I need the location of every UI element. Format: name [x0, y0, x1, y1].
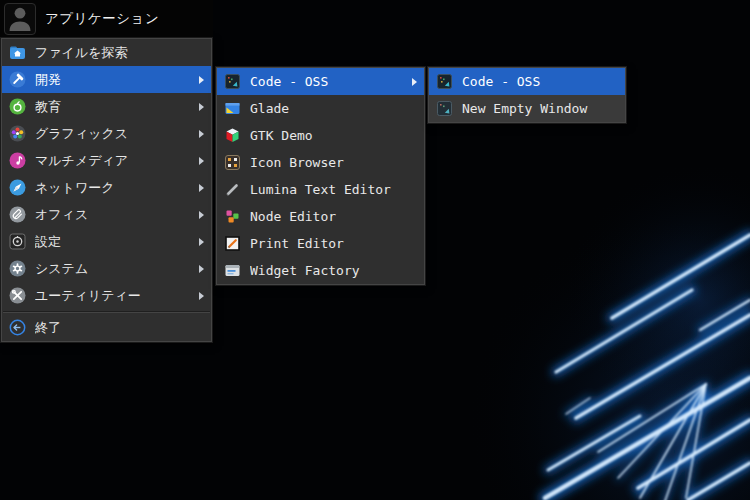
menu-item-label: Icon Browser — [250, 155, 417, 170]
menu-item-print-editor[interactable]: Print Editor — [217, 230, 424, 257]
menu-item-label: Node Editor — [250, 209, 417, 224]
file-browser-icon — [9, 44, 26, 61]
glade-icon — [224, 100, 241, 117]
code-oss-icon — [436, 73, 453, 90]
network-icon — [9, 179, 26, 196]
code-oss-menu: Code - OSS New Empty Window — [427, 66, 627, 124]
user-icon — [8, 6, 32, 32]
graphics-icon — [9, 125, 26, 142]
menu-item-education[interactable]: 教育 — [2, 93, 211, 120]
multimedia-icon — [9, 152, 26, 169]
menu-item-development[interactable]: 開発 — [2, 66, 211, 93]
menu-item-label: Print Editor — [250, 236, 417, 251]
submenu-arrow-icon — [199, 157, 204, 165]
submenu-arrow-icon — [199, 130, 204, 138]
menu-item-lumina-text-editor[interactable]: Lumina Text Editor — [217, 176, 424, 203]
menu-item-label: ネットワーク — [35, 179, 193, 197]
menu-item-logout[interactable]: 終了 — [2, 314, 211, 341]
menu-separator — [3, 311, 210, 312]
code-oss-icon — [224, 73, 241, 90]
submenu-arrow-icon — [199, 103, 204, 111]
new-window-icon — [436, 100, 453, 117]
print-editor-icon — [224, 235, 241, 252]
menu-item-label: Lumina Text Editor — [250, 182, 417, 197]
menu-item-code-oss-open[interactable]: Code - OSS — [429, 68, 625, 95]
menu-item-label: Glade — [250, 101, 417, 116]
menu-item-new-empty-window[interactable]: New Empty Window — [429, 95, 625, 122]
menu-item-label: ファイルを探索 — [35, 44, 204, 62]
menu-item-label: マルチメディア — [35, 152, 193, 170]
utilities-icon — [9, 287, 26, 304]
menu-item-glade[interactable]: Glade — [217, 95, 424, 122]
node-editor-icon — [224, 208, 241, 225]
menu-item-file-explore[interactable]: ファイルを探索 — [2, 39, 211, 66]
submenu-arrow-icon — [199, 211, 204, 219]
menu-item-gtk-demo[interactable]: GTK Demo — [217, 122, 424, 149]
menu-item-label: GTK Demo — [250, 128, 417, 143]
settings-icon — [9, 233, 26, 250]
menu-item-office[interactable]: オフィス — [2, 201, 211, 228]
education-icon — [9, 98, 26, 115]
submenu-arrow-icon — [199, 238, 204, 246]
submenu-arrow-icon — [199, 292, 204, 300]
menu-item-widget-factory[interactable]: Widget Factory — [217, 257, 424, 284]
icon-browser-icon — [224, 154, 241, 171]
development-menu: Code - OSS Glade GTK Demo Icon Browser L… — [215, 66, 426, 286]
menu-item-label: システム — [35, 260, 193, 278]
menu-item-label: New Empty Window — [462, 101, 618, 116]
categories-menu: ファイルを探索 開発 教育 グラフィックス マルチメディア ネットワーク — [0, 37, 213, 343]
menu-item-graphics[interactable]: グラフィックス — [2, 120, 211, 147]
menu-item-code-oss[interactable]: Code - OSS — [217, 68, 424, 95]
submenu-arrow-icon — [199, 76, 204, 84]
widget-factory-icon — [224, 262, 241, 279]
menu-item-label: Code - OSS — [462, 74, 618, 89]
menu-item-multimedia[interactable]: マルチメディア — [2, 147, 211, 174]
menu-item-label: Code - OSS — [250, 74, 406, 89]
office-icon — [9, 206, 26, 223]
applications-menu-button[interactable] — [4, 3, 36, 35]
menu-item-label: オフィス — [35, 206, 193, 224]
system-icon — [9, 260, 26, 277]
menu-item-label: Widget Factory — [250, 263, 417, 278]
menu-item-label: 設定 — [35, 233, 193, 251]
menu-item-label: ユーティリティー — [35, 287, 193, 305]
launcher-label: アプリケーション — [45, 10, 159, 28]
menu-item-label: グラフィックス — [35, 125, 193, 143]
submenu-arrow-icon — [199, 265, 204, 273]
submenu-arrow-icon — [199, 184, 204, 192]
menu-item-utilities[interactable]: ユーティリティー — [2, 282, 211, 309]
gtk-demo-icon — [224, 127, 241, 144]
logout-icon — [9, 319, 26, 336]
menu-item-label: 開発 — [35, 71, 193, 89]
menu-item-system[interactable]: システム — [2, 255, 211, 282]
menu-item-settings[interactable]: 設定 — [2, 228, 211, 255]
development-icon — [9, 71, 26, 88]
menu-item-label: 教育 — [35, 98, 193, 116]
menu-item-network[interactable]: ネットワーク — [2, 174, 211, 201]
menu-item-node-editor[interactable]: Node Editor — [217, 203, 424, 230]
menu-item-icon-browser[interactable]: Icon Browser — [217, 149, 424, 176]
menu-item-label: 終了 — [35, 319, 204, 337]
lumina-text-editor-icon — [224, 181, 241, 198]
desktop-launcher: アプリケーション — [0, 0, 213, 37]
submenu-arrow-icon — [412, 78, 417, 86]
